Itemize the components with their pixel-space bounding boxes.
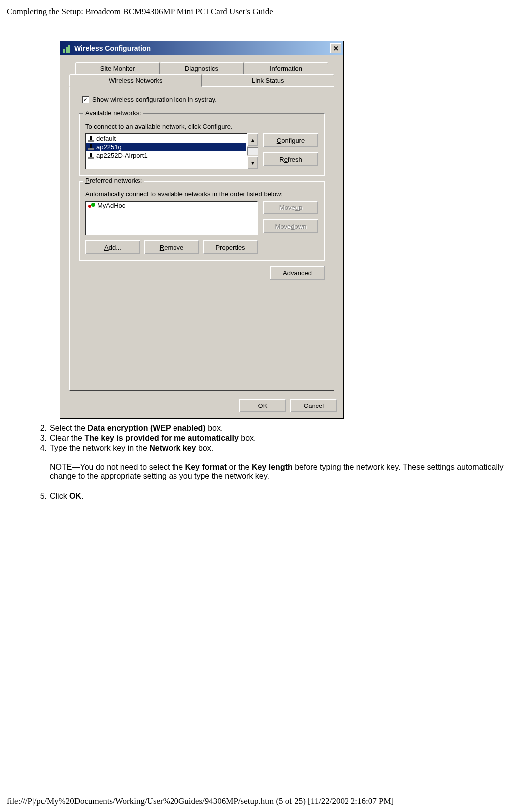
document-page: Completing the Setup: Broadcom BCM94306M…	[0, 0, 522, 812]
tab-wireless-networks[interactable]: Wireless Networks	[69, 74, 202, 87]
scroll-down-icon[interactable]: ▼	[247, 156, 258, 169]
titlebar[interactable]: Wireless Configuration ✕	[60, 41, 343, 55]
step-2: 2.Select the Data encryption (WEP enable…	[35, 424, 522, 433]
preferred-hint: Automatically connect to available netwo…	[85, 190, 318, 198]
page-header: Completing the Setup: Broadcom BCM94306M…	[7, 7, 522, 17]
close-icon[interactable]: ✕	[330, 43, 341, 53]
refresh-button[interactable]: Refresh	[263, 152, 318, 166]
tab-panel: ✓ Show wireless configuration icon in sy…	[69, 86, 334, 391]
file-path-footer: file:///P|/pc/My%20Documents/Working/Use…	[7, 796, 394, 806]
properties-button[interactable]: Properties	[203, 240, 258, 254]
systray-checkbox[interactable]: ✓	[82, 96, 89, 103]
scroll-up-icon[interactable]: ▲	[247, 133, 258, 146]
network-icon	[88, 144, 94, 150]
configure-button[interactable]: Configure	[263, 133, 318, 147]
titlebar-text: Wireless Configuration	[74, 44, 151, 52]
preferred-networks-group: Preferred networks: Automatically connec…	[79, 181, 325, 261]
cancel-button[interactable]: Cancel	[290, 399, 337, 412]
tab-site-monitor[interactable]: Site Monitor	[75, 62, 160, 74]
screenshot-container: Wireless Configuration ✕ Site Monitor Di…	[60, 41, 522, 419]
add-button[interactable]: Add...	[85, 240, 140, 254]
available-legend: Available networks:	[83, 109, 143, 117]
preferred-networks-list[interactable]: MyAdHoc	[85, 201, 258, 235]
available-hint: To connect to an available network, clic…	[85, 123, 318, 130]
wireless-config-dialog: Wireless Configuration ✕ Site Monitor Di…	[60, 41, 344, 419]
ok-button[interactable]: OK	[239, 399, 286, 412]
preferred-legend: Preferred networks:	[83, 177, 144, 184]
dialog-body: Site Monitor Diagnostics Information Wir…	[60, 55, 343, 395]
network-icon	[88, 153, 94, 159]
available-networks-list[interactable]: default ap2251g ap2252D-Airport1	[85, 133, 247, 169]
dialog-footer: OK Cancel	[60, 395, 343, 418]
instruction-list: 2.Select the Data encryption (WEP enable…	[35, 424, 522, 453]
advanced-button[interactable]: Advanced	[270, 266, 325, 280]
step-3: 3.Clear the The key is provided for me a…	[35, 434, 522, 443]
adhoc-icon	[88, 203, 95, 209]
tabs: Site Monitor Diagnostics Information Wir…	[69, 62, 334, 391]
tab-information[interactable]: Information	[244, 62, 328, 74]
network-icon	[88, 136, 94, 142]
step-4: 4.Type the network key in the Network ke…	[35, 444, 522, 453]
available-networks-group: Available networks: To connect to an ava…	[79, 113, 325, 176]
remove-button[interactable]: Remove	[144, 240, 199, 254]
list-item: MyAdHoc	[86, 202, 257, 210]
tab-diagnostics[interactable]: Diagnostics	[160, 62, 244, 74]
move-up-button: Move up	[263, 201, 318, 214]
tab-link-status[interactable]: Link Status	[202, 74, 335, 86]
signal-icon	[63, 44, 72, 53]
list-item: ap2252D-Airport1	[86, 151, 246, 160]
systray-checkbox-row[interactable]: ✓ Show wireless configuration icon in sy…	[82, 96, 325, 103]
scrollbar[interactable]: ▲ ▼	[247, 133, 258, 169]
list-item: default	[86, 134, 246, 143]
step-5: 5.Click OK.	[35, 492, 522, 501]
note-text: NOTE—You do not need to select the Key f…	[50, 463, 509, 481]
list-item: ap2251g	[86, 143, 246, 151]
scroll-track[interactable]	[247, 147, 258, 155]
move-down-button: Move down	[263, 219, 318, 233]
systray-label: Show wireless configuration icon in syst…	[92, 96, 217, 103]
